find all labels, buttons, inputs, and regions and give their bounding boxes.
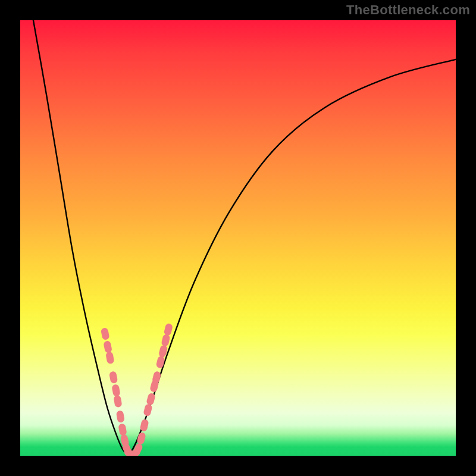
marker-pill — [101, 327, 110, 340]
marker-pill — [105, 351, 114, 364]
marker-pill — [143, 403, 152, 416]
chart-svg — [20, 20, 456, 456]
series-right-curve — [129, 60, 456, 456]
marker-pill — [116, 410, 125, 423]
marker-pill — [109, 371, 118, 384]
marker-pill — [136, 431, 146, 444]
marker-pill — [161, 334, 170, 347]
marker-pill — [103, 340, 112, 353]
marker-pill — [113, 395, 122, 408]
marker-layer — [101, 323, 173, 456]
curve-layer — [33, 20, 456, 456]
chart-frame: TheBottleneck.com — [0, 0, 476, 476]
plot-area — [20, 20, 456, 456]
marker-pill — [164, 323, 173, 336]
marker-pill — [118, 423, 127, 436]
marker-pill — [155, 355, 165, 368]
marker-pill — [111, 384, 120, 397]
watermark-text: TheBottleneck.com — [346, 2, 470, 18]
